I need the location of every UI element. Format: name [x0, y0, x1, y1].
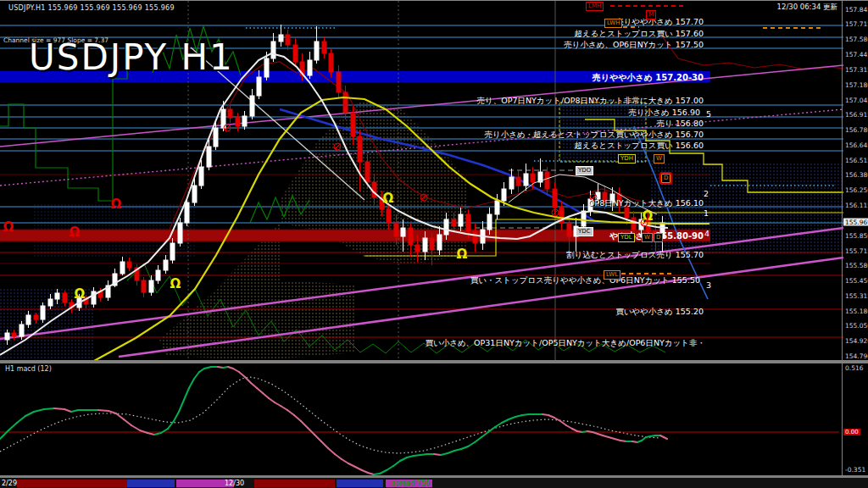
- svg-text:Ω: Ω: [75, 286, 86, 302]
- svg-text:Ω: Ω: [170, 276, 181, 291]
- chart-tag-ydo: YDO: [576, 166, 593, 175]
- panel-divider-top[interactable]: [0, 360, 868, 363]
- chart-watermark: USDJPY H1: [29, 36, 234, 78]
- chart-tag-d: D: [654, 233, 663, 242]
- price-axis-label: 156.515: [845, 157, 868, 164]
- price-axis-label: 156.380: [845, 171, 868, 179]
- price-axis-label: 157.045: [845, 97, 868, 104]
- price-axis-label: 157.715: [845, 20, 868, 28]
- level-annotation: 売り小さめ・超えるとストップロス買いやや小さめ 156.70: [484, 130, 704, 141]
- price-axis-label: 154.920: [845, 337, 868, 345]
- price-axis-label: 156.250: [845, 186, 868, 194]
- order-number-marker: 3: [706, 280, 711, 290]
- price-axis-label: 155.450: [845, 277, 868, 285]
- chart-tag-lmh: LMH: [586, 2, 604, 11]
- chart-tag-lwl: LWL: [604, 270, 620, 280]
- price-axis-label: 155.580: [845, 262, 868, 269]
- order-number-marker: 1: [704, 208, 709, 218]
- price-axis-label: 156.115: [845, 202, 868, 209]
- axis-separator: [842, 1, 843, 475]
- price-axis-label: 155.180: [845, 308, 868, 315]
- level-annotation: 買い・ストップロス売りやや小さめ、OP6日NYカット 155.50: [470, 275, 700, 286]
- svg-text:Ω: Ω: [111, 197, 122, 212]
- chart-tag-ydl: YDL: [618, 233, 635, 242]
- level-annotation: 超えるとストップロス買い 156.60: [575, 141, 704, 152]
- symbol-ohlc-readout: USDJPY.H1 155.969 155.969 155.969 155.96…: [8, 4, 175, 12]
- price-axis-label: 155.715: [845, 247, 868, 255]
- order-number-marker: 4: [704, 229, 709, 238]
- chart-tag-d: D: [661, 174, 670, 183]
- price-axis-label: 156.915: [845, 111, 868, 119]
- price-axis-label: 155.050: [845, 322, 868, 330]
- svg-text:Ω: Ω: [3, 219, 14, 235]
- chart-tag-w: W: [654, 154, 665, 164]
- timeline-scrollbar[interactable]: 2/29 12/30 spread 756: [0, 478, 868, 488]
- svg-text:Ω: Ω: [457, 247, 468, 262]
- chart-tag-ydh: YDH: [618, 154, 636, 164]
- band-annotation: 売りやや小さめ 157.20-30: [593, 72, 704, 84]
- level-annotation: 売り小さめ 156.90: [629, 108, 700, 119]
- level-annotation: 割り込むとストップロス売り 155.70: [566, 250, 704, 261]
- level-annotation: 買いやや小さめ 155.20: [615, 307, 704, 318]
- macd-indicator-canvas[interactable]: [0, 363, 843, 475]
- indicator-scale-min: -0.351: [845, 466, 865, 474]
- price-axis-label: 157.580: [845, 36, 868, 43]
- mt4-chart-window: ΩΩΩΩΩΩΩΩ USDJPY.H1 155.969 155.969 155.9…: [0, 0, 868, 488]
- price-axis-label: 155.315: [845, 292, 868, 300]
- timeline-segment: [17, 480, 127, 487]
- timeline-segment: [337, 480, 383, 487]
- price-axis-label: 155.850: [845, 232, 868, 240]
- chart-tag-m: M: [646, 10, 656, 19]
- price-axis-label: 156.645: [845, 141, 868, 149]
- price-axis-label: 156.780: [845, 126, 868, 134]
- level-annotation: 超えるとストップロス買い 157.60: [575, 29, 704, 40]
- price-axis-label: 157.315: [845, 66, 868, 74]
- chart-tag-lwh: LWH: [604, 19, 622, 28]
- last-updated-label: 12/30 06:34 更新: [777, 3, 837, 13]
- indicator-zero-tag: 0.00: [843, 429, 860, 435]
- timeline-segment: [254, 480, 335, 487]
- level-annotation: 売り小さめ、OP6日NYカット 157.50: [564, 40, 704, 51]
- current-price-tag: 155.969: [843, 219, 868, 226]
- svg-text:Ω: Ω: [70, 225, 81, 240]
- indicator-title: H1 macd (12): [5, 365, 52, 373]
- level-annotation: 売り 156.80: [657, 119, 704, 130]
- level-annotation: 売りやや小さめ 157.70: [615, 17, 704, 28]
- price-axis-label: 157.180: [845, 81, 868, 89]
- level-annotation: OP8日NYカット大きめ 156.10: [588, 198, 704, 209]
- level-annotation: 買い小さめ、OP31日NYカット/OP5日NYカット大きめ/OP6日NYカット非…: [425, 338, 705, 349]
- chart-tag-ydc: YDC: [576, 227, 593, 236]
- indicator-scale-max: 0.516: [845, 364, 863, 372]
- timeline-date-left: 2/29: [2, 480, 17, 487]
- price-axis-label: 154.790: [845, 352, 868, 360]
- price-axis-label: 157.445: [845, 51, 868, 58]
- chart-tag-w: W: [642, 233, 653, 242]
- timeline-date-right: 12/30: [225, 480, 244, 487]
- timeline-segment: [127, 480, 175, 487]
- svg-text:Ω: Ω: [383, 191, 394, 206]
- level-annotation: 売り、OP7日NYカット/OP8日NYカット非常に大きめ 157.00: [476, 96, 704, 107]
- price-axis-label: 157.845: [845, 6, 868, 14]
- order-number-marker: 2: [704, 189, 709, 198]
- order-number-marker: 5: [706, 109, 711, 119]
- spread-readout: spread 756: [392, 480, 430, 487]
